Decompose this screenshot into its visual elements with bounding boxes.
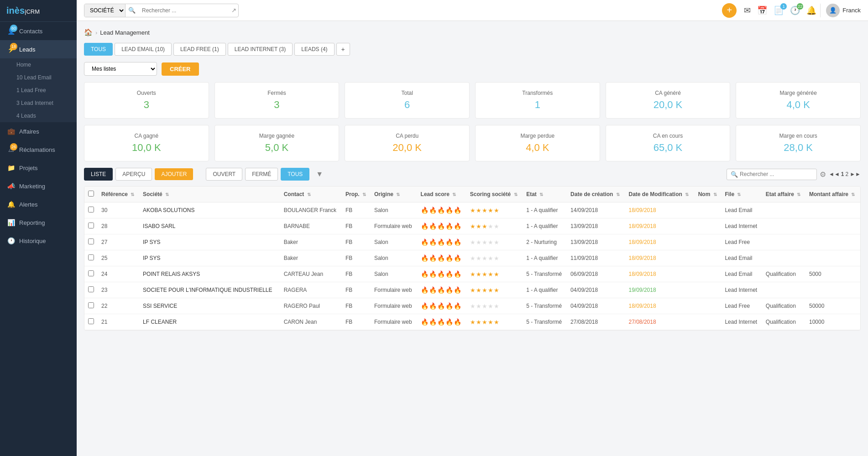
search-input[interactable]	[138, 7, 230, 14]
th-file[interactable]: File ⇅	[721, 187, 762, 202]
row-checkbox[interactable]	[88, 223, 94, 228]
cell-societe: POINT RELAIS AKSYS	[139, 266, 280, 282]
sidebar-item-marketing[interactable]: 📣 Marketing	[0, 177, 77, 195]
settings-icon[interactable]: ⚙	[820, 170, 826, 179]
list-controls: LISTE APERÇU AJOUTER OUVERT FERMÉ TOUS ▼…	[84, 168, 861, 181]
clock-badge: 22	[797, 3, 803, 10]
contacts-badge: 60	[10, 25, 17, 32]
table-row[interactable]: 27 IP SYS Baker FB Salon 🔥🔥🔥🔥🔥 ★★★★★ 2 -…	[84, 234, 860, 250]
external-link-icon[interactable]: ↗	[230, 7, 238, 14]
th-nom[interactable]: Nom ⇅	[695, 187, 722, 202]
th-contact[interactable]: Contact ⇅	[280, 187, 342, 202]
tab-lead-email[interactable]: LEAD EMAIL (10)	[115, 43, 172, 56]
sidebar-item-contacts[interactable]: 60 👤 Contacts	[0, 22, 77, 40]
ajouter-button[interactable]: AJOUTER	[155, 168, 193, 180]
cell-scoring: ★★★★★	[466, 218, 523, 234]
mail-icon-button[interactable]: ✉	[744, 5, 751, 16]
sidebar-sub-item-lead-free[interactable]: 1 Lead Free	[0, 84, 77, 97]
tab-lead-free[interactable]: LEAD FREE (1)	[173, 43, 226, 56]
pagination-prev-prev[interactable]: ◄◄	[829, 171, 840, 177]
row-checkbox[interactable]	[88, 238, 94, 244]
list-search-input[interactable]	[740, 171, 813, 177]
table-row[interactable]: 23 SOCIETE POUR L'INFORMATIQUE INDUSTRIE…	[84, 282, 860, 298]
sidebar-sub-item-lead-email[interactable]: 10 Lead Email	[0, 71, 77, 84]
sidebar-item-reporting[interactable]: 📊 Reporting	[0, 213, 77, 232]
table-row[interactable]: 24 POINT RELAIS AKSYS CARTEAU Jean FB Sa…	[84, 266, 860, 282]
table-row[interactable]: 28 ISABO SARL BARNABE FB Formulaire web …	[84, 218, 860, 234]
cell-etat: 5 - Transformé	[523, 314, 567, 330]
leads-table-element: Référence ⇅ Société ⇅ Contact ⇅ Prop. ⇅ …	[84, 187, 860, 330]
flame-icon: 🔥	[437, 318, 445, 326]
pagination-page2[interactable]: 2	[846, 171, 849, 177]
liste-button[interactable]: LISTE	[84, 168, 113, 181]
row-checkbox[interactable]	[88, 302, 94, 308]
star-icon: ★	[470, 223, 476, 230]
historique-icon: 🕐	[6, 236, 16, 245]
bell-icon-button[interactable]: 🔔	[806, 5, 816, 16]
table-row[interactable]: 22 SSI SERVICE RAGERO Paul FB Formulaire…	[84, 298, 860, 314]
sidebar-sub-item-home[interactable]: Home	[0, 58, 77, 71]
sidebar-item-historique[interactable]: 🕐 Historique	[0, 232, 77, 250]
th-societe[interactable]: Société ⇅	[139, 187, 280, 202]
society-select[interactable]: SOCIÉTÉ	[84, 4, 125, 17]
row-checkbox[interactable]	[88, 207, 94, 212]
ouvert-button[interactable]: OUVERT	[206, 168, 242, 181]
table-row[interactable]: 30 AKOBA SOLUTIONS BOULANGER Franck FB S…	[84, 202, 860, 218]
sidebar-item-affaires[interactable]: 💼 Affaires	[0, 122, 77, 140]
filter-icon[interactable]: ▼	[316, 170, 323, 178]
add-action-button[interactable]: +	[722, 3, 737, 18]
apercu-button[interactable]: APERÇU	[115, 168, 152, 181]
calendar-icon-button[interactable]: 📅	[757, 5, 767, 16]
th-date-modification[interactable]: Date de Modification ⇅	[625, 187, 695, 202]
th-reference[interactable]: Référence ⇅	[98, 187, 139, 202]
stats-grid-row1: Ouverts3Fermés3Total6Transformés1CA géné…	[84, 82, 861, 119]
th-origine[interactable]: Origine ⇅	[371, 187, 417, 202]
breadcrumb-home-icon[interactable]: 🏠	[84, 28, 93, 36]
th-date-creation[interactable]: Date de création ⇅	[567, 187, 625, 202]
th-prop[interactable]: Prop. ⇅	[342, 187, 371, 202]
document-icon-button[interactable]: 📄 1	[774, 5, 784, 16]
tab-add-button[interactable]: +	[336, 43, 350, 56]
cell-montant-affaire	[805, 234, 860, 250]
th-lead-score[interactable]: Lead score ⇅	[417, 187, 466, 202]
tab-tous[interactable]: TOUS	[84, 43, 113, 56]
th-scoring-societe[interactable]: Scoring société ⇅	[466, 187, 523, 202]
th-etat-affaire[interactable]: Etat affaire ⇅	[762, 187, 805, 202]
user-menu[interactable]: 👤 Franck	[820, 4, 861, 17]
flame-icon: 🔥	[454, 238, 461, 246]
cell-montant-affaire	[805, 282, 860, 298]
tab-lead-internet[interactable]: LEAD INTERNET (3)	[228, 43, 293, 56]
leads-submenu: Home 10 Lead Email 1 Lead Free 3 Lead In…	[0, 58, 77, 122]
table-row[interactable]: 25 IP SYS Baker FB Salon 🔥🔥🔥🔥🔥 ★★★★★ 1 -…	[84, 250, 860, 266]
flame-icon: 🔥	[454, 223, 461, 230]
cell-contact: Baker	[280, 250, 342, 266]
sidebar-item-projets[interactable]: 📁 Projets	[0, 159, 77, 177]
sidebar-item-reclamations[interactable]: 26 ⚠ Réclamations	[0, 140, 77, 159]
row-checkbox[interactable]	[88, 318, 94, 324]
sidebar-item-alertes[interactable]: 🔔 Alertes	[0, 195, 77, 213]
table-row[interactable]: 21 LF CLEANER CARON Jean FB Formulaire w…	[84, 314, 860, 330]
logo: inès|CRM	[0, 0, 77, 22]
sidebar-item-leads[interactable]: 18 ⚡ Leads	[0, 40, 77, 58]
list-select[interactable]: Mes listes	[84, 62, 157, 76]
sidebar-sub-item-lead-internet[interactable]: 3 Lead Internet	[0, 97, 77, 109]
th-montant-affaire[interactable]: Montant affaire ⇅	[805, 187, 860, 202]
tab-leads[interactable]: LEADS (4)	[294, 43, 334, 56]
create-button[interactable]: CRÉER	[162, 62, 199, 76]
pagination-page1[interactable]: 1	[841, 171, 844, 177]
th-etat[interactable]: Etat ⇅	[523, 187, 567, 202]
cell-nom	[695, 298, 722, 314]
row-checkbox[interactable]	[88, 254, 94, 260]
select-all-checkbox[interactable]	[88, 191, 94, 197]
sidebar-sub-item-leads[interactable]: 4 Leads	[0, 109, 77, 122]
ferme-button[interactable]: FERMÉ	[245, 168, 278, 181]
flame-icon: 🔥	[437, 286, 445, 294]
pagination-next-next[interactable]: ►►	[850, 171, 861, 177]
tous-button[interactable]: TOUS	[281, 168, 309, 181]
cell-contact: BARNABE	[280, 218, 342, 234]
clock-icon-button[interactable]: 🕐 22	[790, 5, 800, 16]
breadcrumb: 🏠 › Lead Management	[84, 28, 861, 36]
cell-contact: BOULANGER Franck	[280, 202, 342, 218]
row-checkbox[interactable]	[88, 286, 94, 292]
row-checkbox[interactable]	[88, 270, 94, 276]
